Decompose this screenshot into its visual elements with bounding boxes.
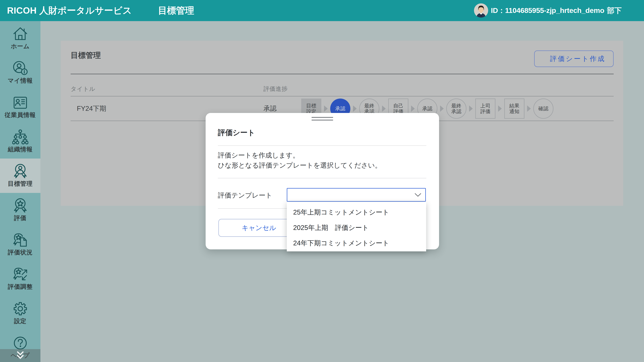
my-info-icon — [12, 61, 28, 75]
user-role: 部下 — [607, 0, 622, 21]
template-option-3[interactable]: 24年下期コミットメントシート — [287, 235, 426, 251]
sidebar-item-settings[interactable]: 設定 — [0, 296, 40, 330]
template-option-2[interactable]: 2025年上期 評価シート — [287, 220, 426, 235]
step-arrow-icon — [469, 105, 473, 112]
step-arrow-icon — [411, 105, 415, 112]
header-page-title: 目標管理 — [158, 0, 194, 21]
step-arrow-icon — [498, 105, 502, 112]
step-final-approval-2: 最終承認 — [446, 98, 466, 119]
step-arrow-icon — [324, 105, 328, 112]
row-title[interactable]: FY24下期 — [77, 96, 106, 121]
step-arrow-icon — [353, 105, 357, 112]
sidebar-item-home[interactable]: ホーム — [0, 21, 40, 55]
page-title: 目標管理 — [70, 50, 101, 60]
modal-description: 評価シートを作成します。 ひな形となる評価テンプレートを選択してください。 — [218, 150, 382, 170]
employee-info-icon — [12, 95, 28, 110]
drag-handle[interactable] — [312, 117, 333, 122]
step-manager-evaluation: 上司評価 — [475, 98, 496, 119]
step-arrow-icon — [527, 105, 531, 112]
divider — [218, 145, 426, 146]
sidebar-item-evaluation[interactable]: 評価 — [0, 193, 40, 227]
evaluation-status-icon — [12, 233, 28, 247]
sidebar-item-goal-management[interactable]: 目標管理 — [0, 159, 40, 193]
avatar-photo — [474, 3, 488, 17]
step-result-notice: 結果通知 — [504, 98, 524, 119]
app-header: RICOH 人財ポータルサービス 目標管理 ID：1104685955-zjp_… — [0, 0, 644, 21]
sidebar-item-employee-info[interactable]: 従業員情報 — [0, 90, 40, 124]
org-info-icon — [12, 130, 28, 144]
evaluation-adjust-icon — [12, 267, 28, 281]
evaluation-icon — [12, 199, 28, 213]
sidebar-item-evaluation-adjust[interactable]: 評価調整 — [0, 262, 40, 296]
home-icon — [12, 27, 28, 41]
chevron-down-icon — [414, 193, 422, 197]
template-option-1[interactable]: 25年上期コミットメントシート — [287, 204, 426, 220]
modal-title: 評価シート — [218, 128, 255, 138]
divider — [218, 178, 426, 178]
sidebar: ホーム マイ情報 従業員情報 — [0, 21, 40, 362]
sidebar-item-evaluation-status[interactable]: 評価状況 — [0, 227, 40, 262]
chevron-double-down-icon — [16, 351, 24, 360]
divider — [70, 96, 614, 96]
template-label: 評価テンプレート — [218, 191, 272, 200]
divider — [70, 74, 614, 74]
step-confirm: 確認 — [533, 98, 554, 119]
step-arrow-icon — [440, 105, 444, 112]
sidebar-item-org-info[interactable]: 組織情報 — [0, 124, 40, 159]
sidebar-item-my-info[interactable]: マイ情報 — [0, 55, 40, 90]
template-options-dropdown: 25年上期コミットメントシート 2025年上期 評価シート 24年下期コミットメ… — [287, 202, 426, 251]
step-arrow-icon — [382, 105, 386, 112]
brand-logo: RICOH 人財ポータルサービス — [7, 0, 132, 21]
sidebar-scroll-hint[interactable] — [0, 349, 40, 362]
template-select[interactable] — [287, 188, 426, 202]
settings-icon — [12, 302, 28, 316]
user-id: ID：1104685955-zjp_hrtech_demo — [491, 0, 604, 21]
help-icon — [12, 336, 28, 350]
goal-management-icon — [12, 164, 28, 178]
header-user-area: ID：1104685955-zjp_hrtech_demo 部下 — [474, 0, 644, 21]
avatar[interactable] — [474, 3, 488, 17]
column-header-progress: 評価進捗 — [264, 85, 288, 93]
column-header-title: タイトル — [70, 85, 95, 93]
create-evaluation-sheet-button[interactable]: 評価シート作成 — [534, 50, 614, 67]
